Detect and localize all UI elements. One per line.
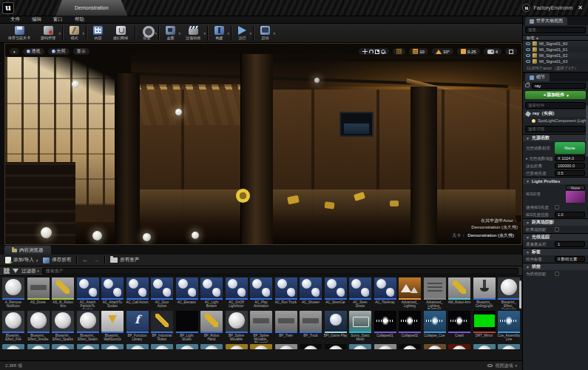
viewport-options-dropdown[interactable]: ▾ (9, 47, 20, 56)
view-options-button[interactable]: 视图选项 ▾ (487, 363, 517, 369)
toolbar-button-play[interactable]: 运行▾ (233, 25, 251, 41)
asset-tile[interactable]: Collapse_Cue (423, 311, 447, 343)
view-mode-icon[interactable] (4, 268, 10, 274)
camera-speed-control[interactable]: 4 (483, 47, 502, 56)
section-header[interactable]: ▼光源函数 (523, 135, 588, 141)
asset-tile[interactable]: BP_Truck (299, 311, 322, 343)
asset-tile[interactable] (101, 344, 124, 349)
asset-tile[interactable]: Blueprint_ Effect_Sparks (51, 311, 75, 343)
transform-tools[interactable] (358, 47, 390, 56)
property-value[interactable]: 1.0 (555, 212, 585, 218)
asset-tile[interactable]: Cue_Assembly Line (497, 311, 521, 343)
asset-tile[interactable]: BP_Robot Hand (200, 311, 223, 343)
visibility-eye-icon[interactable] (526, 42, 530, 45)
asset-tile[interactable]: AC_AttachTo Socket (101, 278, 124, 309)
asset-tile[interactable]: AS_Drone (27, 278, 50, 309)
actor-instance-row[interactable]: ray（实例） (523, 110, 588, 117)
outliner-search-input[interactable]: 搜索... (525, 27, 586, 33)
menu-item-3[interactable]: 帮助 (69, 16, 90, 23)
menu-item-2[interactable]: 窗口 (47, 16, 69, 23)
asset-tile[interactable]: BP_Industrial Robot (150, 311, 174, 343)
asset-tile[interactable]: Blueprint_ CeilingLight (473, 278, 496, 309)
asset-tile[interactable]: Sumo_Static Mesh (348, 311, 372, 343)
asset-tile[interactable]: Blueprint_ Effect_Fire (1, 311, 25, 343)
asset-tile[interactable]: AC_Call Action (126, 278, 149, 309)
surface-snap-toggle[interactable] (392, 47, 406, 56)
add-import-button[interactable]: 添加/导入▾ (5, 257, 38, 263)
asset-tile[interactable] (76, 344, 100, 349)
property-checkbox[interactable] (555, 205, 559, 209)
toolbar-button-marketplace[interactable]: 虚幻商城 (108, 25, 133, 41)
asset-tile[interactable]: Collapse01 (374, 311, 397, 343)
asset-tile[interactable]: Advanced_ Lighting (398, 278, 422, 309)
section-header[interactable]: ▼距离场阴影 (523, 219, 588, 226)
perspective-menu[interactable]: 透视 (22, 47, 45, 56)
asset-tile[interactable] (200, 344, 223, 349)
asset-tile[interactable]: Collapse02 (398, 311, 422, 343)
save-all-button[interactable]: 保存所有 (43, 257, 71, 263)
asset-tile[interactable] (249, 344, 273, 349)
asset-tile[interactable]: AC_Light Broken (200, 278, 223, 309)
asset-tile[interactable]: AC_Run Truck (274, 278, 298, 309)
forward-button[interactable]: → (93, 257, 99, 263)
asset-tile[interactable] (374, 344, 397, 349)
lock-icon[interactable] (525, 84, 530, 87)
toolbar-button-cinematics[interactable]: 过场动画▾ (180, 25, 206, 41)
toolbar-button-settings[interactable]: 设置▾ (137, 25, 157, 41)
asset-tile[interactable] (225, 344, 249, 349)
menu-item-0[interactable]: 文件 (4, 16, 26, 23)
filter-funnel-icon[interactable] (13, 269, 18, 273)
dropdown-caret-icon[interactable]: ▾ (273, 31, 275, 36)
visibility-eye-icon[interactable] (526, 54, 530, 57)
details-tab[interactable]: 细节 (525, 73, 550, 81)
rotation-snap-control[interactable]: 10° (431, 47, 454, 56)
visibility-eye-icon[interactable] (526, 48, 530, 51)
asset-tile[interactable] (175, 344, 199, 349)
outliner-row[interactable]: MI_Signs01_60 (523, 41, 588, 47)
dropdown-caret-icon[interactable]: ▾ (58, 31, 61, 36)
current-level-badge[interactable]: 关卡： Demonstration (永久性) (448, 232, 518, 240)
asset-tile[interactable] (324, 344, 348, 349)
asset-tile[interactable]: AC_OnOff LightActor (225, 278, 249, 309)
asset-tile[interactable] (348, 344, 372, 349)
ies-texture-thumbnail[interactable] (566, 191, 585, 203)
asset-tile[interactable]: Advanced_ Lighting_ BuiltData (423, 278, 447, 309)
content-browser-tab[interactable]: 内容浏览器 (4, 246, 51, 255)
spotlight-component-row[interactable]: SpotLightComponent (Light... (523, 117, 588, 124)
asset-tile[interactable]: AC_Elevator (175, 278, 199, 309)
toolbar-button-build[interactable]: 构建▾ (209, 25, 229, 41)
asset-tile[interactable]: BP_Spline Movable (225, 311, 249, 343)
asset-tile[interactable]: BP_Function Library (126, 311, 149, 343)
asset-tile[interactable] (398, 344, 422, 349)
dropdown-caret-icon[interactable]: ▾ (203, 31, 206, 36)
world-outliner-tab[interactable]: 世界大纲视图 (525, 17, 567, 25)
asset-tile[interactable]: Blueprint_ Effect_Steam (76, 311, 100, 343)
close-icon[interactable]: ✕ (575, 4, 585, 11)
toolbar-button-blueprints[interactable]: 蓝图▾ (160, 25, 180, 41)
section-header[interactable]: ▼光线追踪 (523, 234, 588, 240)
outliner-row[interactable]: MI_Signs01_63 (523, 58, 588, 64)
asset-tile[interactable]: Crash (447, 311, 471, 343)
asset-grid-scrollbar[interactable] (519, 280, 521, 309)
material-none-button[interactable]: None (555, 142, 585, 154)
asset-tile[interactable] (473, 344, 496, 349)
section-header[interactable]: ▼烘焙 (523, 263, 588, 270)
visibility-eye-icon[interactable] (526, 60, 530, 63)
asset-tile[interactable]: AC_Shower (299, 278, 322, 309)
level-viewport[interactable]: ▾ 透视 光照 显示 10 10° (4, 43, 522, 245)
asset-tile[interactable] (299, 344, 322, 349)
scale-icon[interactable] (375, 50, 379, 54)
component-search-input[interactable]: 搜索组件 (525, 102, 586, 109)
asset-tile[interactable]: Blueprint_ WallSconce (101, 311, 124, 343)
asset-tile[interactable] (126, 344, 149, 349)
property-checkbox[interactable] (555, 227, 559, 232)
asset-tile[interactable]: AS_IK_Robot Arm (51, 278, 75, 309)
asset-tile[interactable]: AC_Attach ParticleTo Socket (76, 278, 100, 309)
asset-tile[interactable]: BP_Light Studio (175, 311, 199, 343)
add-component-button[interactable]: ＋添加组件▾ (525, 91, 586, 99)
asset-tile[interactable]: Blueprint_ Effect_ Explosion (497, 278, 521, 309)
property-checkbox[interactable] (555, 272, 559, 276)
asset-tile[interactable]: BP_Train (274, 311, 298, 343)
asset-tile[interactable]: AC_Door Action (150, 278, 174, 309)
rotate-icon[interactable] (369, 50, 374, 54)
